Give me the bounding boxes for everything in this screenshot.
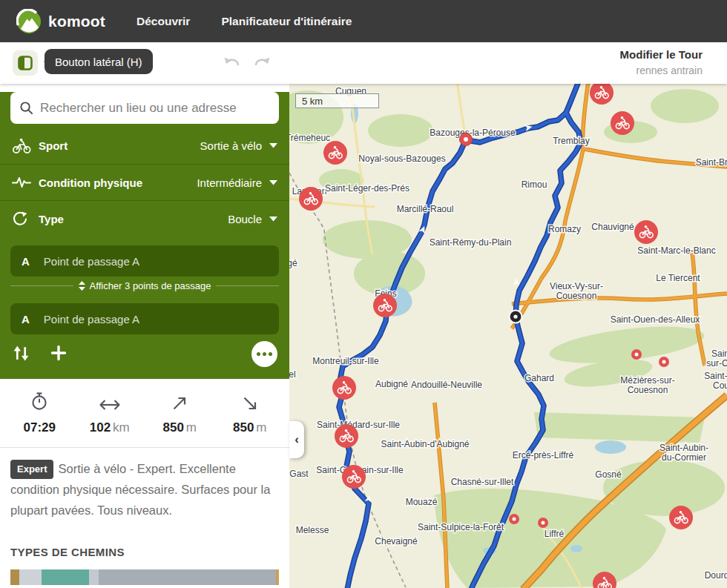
map-poi-dot-center: [662, 360, 666, 364]
stat-distance-value: 102: [90, 420, 111, 435]
setting-fitness-label: Condition physique: [39, 176, 142, 189]
add-waypoint-button[interactable]: [50, 344, 68, 364]
map-poi-dot-center: [542, 521, 545, 525]
search-icon: [19, 101, 33, 115]
sidebar-collapse-tab[interactable]: ‹: [289, 421, 304, 458]
map-label: Liffré: [545, 529, 565, 539]
planner-sidebar: Sport Sortie à vélo Condition physique I…: [0, 84, 289, 588]
stat-duration-value: 07:29: [24, 420, 56, 435]
map-label: sur-C: [706, 358, 727, 369]
map-label: Rimou: [522, 179, 547, 190]
waytypes-heading: TYPES DE CHEMINS: [10, 546, 279, 558]
stat-ascent: 850m: [145, 389, 215, 435]
map-label: Saint-Brice: [696, 157, 727, 168]
map-label: Saint-Ouen-des-Alleux: [611, 314, 700, 325]
brand-name: komoot: [48, 13, 105, 30]
nav-discover[interactable]: Découvrir: [136, 15, 190, 28]
descent-arrow-icon: [215, 389, 286, 412]
ascent-arrow-icon: [145, 389, 215, 412]
setting-fitness[interactable]: Condition physique Intermédiaire: [0, 164, 289, 200]
waypoint-badge: A: [22, 255, 30, 268]
stat-descent-value: 850: [233, 420, 254, 435]
map-label: Gosné: [595, 469, 622, 480]
more-options-button[interactable]: [251, 341, 277, 367]
loop-icon: [12, 211, 39, 227]
komoot-logo-icon: [16, 9, 42, 34]
stat-descent: 850m: [215, 389, 286, 435]
map-poi-dot-center: [635, 353, 639, 357]
search-input[interactable]: [40, 101, 270, 116]
route-waypoint-marker-center: [513, 314, 517, 318]
map-label: Gast: [289, 469, 309, 479]
nav-route-planner[interactable]: Planificateur d'itinéraire: [221, 15, 352, 28]
map-label: Saint-Aubin-d'Aubigné: [381, 439, 469, 449]
map-label: Gahard: [524, 373, 554, 383]
map-canvas[interactable]: CuguenTrémeheucBazouges-la-PérouseNoyal-…: [289, 84, 727, 588]
map-label: Saint-Marc-le-Blanc: [637, 245, 715, 256]
waytype-segment: [276, 569, 279, 585]
location-search[interactable]: [10, 92, 279, 124]
bike-highlight-poi[interactable]: [611, 111, 634, 135]
chevron-down-icon: [269, 180, 277, 185]
reverse-route-button[interactable]: [12, 344, 30, 365]
bike-highlight-poi[interactable]: [342, 465, 366, 489]
route-point-marker-center: [464, 137, 468, 142]
difficulty-description: ExpertSortie à vélo - Expert. Excellente…: [0, 448, 289, 521]
toggle-waypoints-button[interactable]: Afficher 3 points de passage: [10, 277, 279, 294]
ellipsis-icon: [257, 352, 260, 356]
stat-duration: 07:29: [4, 389, 75, 435]
sidebar-icon: [18, 56, 33, 70]
stat-distance: 102km: [75, 389, 145, 435]
waypoint-a-end[interactable]: A Point de passage A: [10, 303, 279, 334]
setting-sport-label: Sport: [39, 139, 68, 152]
bike-highlight-poi[interactable]: [590, 84, 613, 105]
setting-fitness-value: Intermédiaire: [197, 176, 262, 189]
waypoint-badge: A: [22, 313, 30, 326]
tour-subtitle: rennes antrain: [620, 65, 703, 76]
map-label: Vieux-Vy-sur-Couesnon: [550, 281, 603, 301]
plus-icon: [50, 344, 68, 362]
redo-button[interactable]: [252, 54, 272, 73]
map-label: Montreuil-sur-Ille: [312, 356, 379, 366]
map-label: Saint-Léger-des-Prés: [325, 183, 409, 194]
swap-vertical-icon: [12, 344, 30, 363]
waypoint-a-start[interactable]: A Point de passage A: [10, 245, 279, 277]
setting-type[interactable]: Type Boucle: [0, 200, 289, 237]
route-direction-arrow: [513, 278, 519, 285]
divider: [10, 285, 73, 286]
bike-highlight-poi[interactable]: [332, 376, 356, 400]
bike-highlight-poi[interactable]: [323, 141, 347, 165]
bike-highlight-poi[interactable]: [373, 294, 397, 317]
setting-sport[interactable]: Sport Sortie à vélo: [0, 128, 289, 164]
map-scale-label: 5 km: [302, 96, 323, 107]
map-label: el: [289, 369, 296, 380]
stopwatch-icon: [4, 389, 75, 412]
setting-type-value: Boucle: [228, 213, 262, 225]
map-label: Le Tiercent: [656, 273, 700, 283]
bike-highlight-poi[interactable]: [335, 424, 358, 448]
bike-icon: [12, 138, 39, 154]
waytype-segment: [42, 569, 90, 585]
bike-highlight-poi[interactable]: [299, 187, 323, 211]
stat-ascent-value: 850: [162, 420, 183, 435]
undo-button[interactable]: [223, 54, 242, 73]
toggle-waypoints-label: Afficher 3 points de passage: [90, 280, 211, 291]
sort-arrows-icon: [79, 281, 85, 291]
map-label: Mézières-sur-Couesnon: [620, 375, 674, 395]
distance-arrow-icon: [75, 389, 145, 412]
bike-highlight-poi[interactable]: [634, 220, 658, 244]
top-navbar: komoot Découvrir Planificateur d'itinéra…: [0, 0, 727, 42]
map-label: Chasné-sur-Illet: [451, 477, 514, 487]
divider: [216, 285, 279, 286]
planner-settings-panel: Sport Sortie à vélo Condition physique I…: [0, 92, 289, 379]
sidebar-toggle-tooltip: Bouton latéral (H): [45, 49, 153, 74]
sidebar-toggle-button[interactable]: [13, 50, 38, 76]
waytype-segment: [99, 569, 276, 585]
waypoint-label: Point de passage A: [44, 313, 139, 326]
setting-sport-value: Sortie à vélo: [200, 139, 262, 152]
komoot-logo[interactable]: komoot: [16, 9, 105, 34]
map-label: Saint-Médard-sur-Ille: [317, 420, 400, 430]
pulse-icon: [12, 175, 39, 190]
bike-highlight-poi[interactable]: [669, 506, 693, 529]
map-label: Andouillé-Neuville: [411, 380, 482, 390]
